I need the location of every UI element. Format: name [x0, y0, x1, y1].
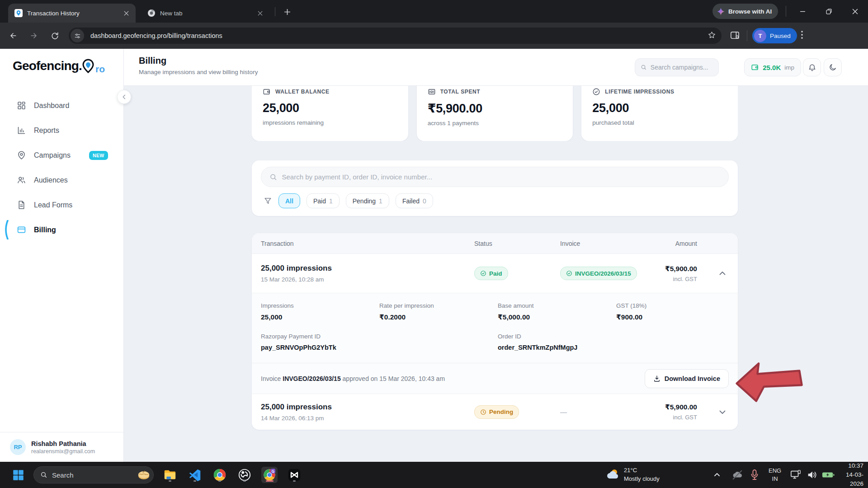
- campaign-search-input[interactable]: [651, 64, 713, 71]
- language-line1: ENG: [769, 467, 781, 475]
- expand-row-button[interactable]: [697, 408, 729, 416]
- collapse-row-button[interactable]: [697, 270, 729, 277]
- status-label: Pending: [489, 408, 513, 415]
- invoice-number: INVGEO/2026/03/15: [575, 270, 631, 277]
- filter-chip-failed[interactable]: Failed0: [396, 193, 433, 208]
- sidebar-item-billing[interactable]: Billing: [0, 217, 123, 242]
- taskbar-vscode[interactable]: [187, 467, 203, 483]
- tray-language[interactable]: ENG IN: [769, 462, 781, 488]
- razorpay-payment-id: pay_SRNVOpPhG2YbTk: [261, 344, 498, 351]
- logo-pin-icon: [82, 59, 96, 74]
- clock-icon: [480, 409, 486, 415]
- chip-label: Pending: [353, 197, 376, 205]
- dark-mode-button[interactable]: [824, 58, 842, 76]
- taskbar-chrome[interactable]: [212, 467, 228, 483]
- sidebar-item-lead-forms[interactable]: Lead Forms: [0, 192, 123, 217]
- start-button[interactable]: [11, 468, 25, 482]
- tab-close-icon[interactable]: [122, 9, 130, 17]
- browse-with-ai-button[interactable]: Browse with AI: [712, 4, 778, 19]
- browser-menu-icon[interactable]: [797, 30, 807, 42]
- status-badge-pending: Pending: [474, 405, 519, 419]
- user-avatar: RP: [10, 439, 26, 455]
- chip-label: Failed: [402, 197, 420, 205]
- table-row[interactable]: 25,000 impressions 15 Mar 2026, 10:28 am…: [252, 254, 738, 293]
- invoice-badge[interactable]: INVGEO/2026/03/15: [560, 267, 637, 280]
- sidebar-item-campaigns[interactable]: Campaigns NEW: [0, 143, 123, 168]
- sidebar-item-label: Dashboard: [34, 102, 69, 110]
- credit-card-icon: [17, 225, 26, 235]
- filter-chip-paid[interactable]: Paid1: [307, 193, 340, 208]
- tray-microphone[interactable]: [750, 462, 759, 488]
- tab-new-tab[interactable]: New tab: [141, 4, 269, 23]
- taskbar-capcut[interactable]: [286, 467, 302, 483]
- side-panel-icon[interactable]: [730, 30, 740, 42]
- chip-label: Paid: [313, 197, 326, 205]
- transaction-search-input[interactable]: [282, 173, 721, 181]
- taskbar-chrome-profile[interactable]: [261, 467, 278, 483]
- download-invoice-button[interactable]: Download Invoice: [645, 369, 729, 388]
- weather-desc: Mostly cloudy: [624, 475, 660, 483]
- taskbar-search[interactable]: Search: [33, 466, 154, 483]
- tray-onedrive[interactable]: [731, 462, 743, 488]
- capcut-icon: [288, 469, 301, 481]
- sidebar-item-label: Billing: [34, 226, 56, 234]
- campaign-search[interactable]: [635, 58, 719, 76]
- tab-close-icon[interactable]: [256, 9, 264, 17]
- taskbar-weather[interactable]: 21°C Mostly cloudy: [606, 462, 660, 488]
- detail-label: Razorpay Payment ID: [261, 333, 498, 340]
- battery-charging-icon: [822, 470, 835, 479]
- transaction-title: 25,000 impressions: [261, 403, 474, 412]
- chrome-icon: [213, 468, 226, 482]
- filter-chip-all[interactable]: All: [278, 193, 300, 208]
- taskbar-search-label: Search: [52, 471, 132, 479]
- profile-chip[interactable]: T Paused: [752, 28, 797, 43]
- forward-button[interactable]: [27, 29, 41, 42]
- reload-button[interactable]: [48, 29, 61, 42]
- new-badge: NEW: [89, 151, 108, 160]
- site-settings-icon[interactable]: [71, 29, 84, 42]
- tray-battery[interactable]: [822, 462, 835, 488]
- sidebar-item-audiences[interactable]: Audiences: [0, 168, 123, 192]
- tray-network[interactable]: [790, 462, 801, 488]
- transaction-search[interactable]: [261, 167, 729, 187]
- sidebar-item-dashboard[interactable]: Dashboard: [0, 93, 123, 118]
- tray-chevron[interactable]: [713, 462, 721, 488]
- chevron-up-icon: [719, 270, 726, 277]
- sidebar-collapse-button[interactable]: [117, 90, 131, 104]
- bookmark-star-icon[interactable]: [708, 31, 716, 41]
- column-amount: Amount: [660, 240, 697, 247]
- detail-value: ₹5,000.00: [498, 313, 616, 321]
- order-id: order_SRNTkmZpNfMgpJ: [498, 344, 729, 351]
- page-header: Billing Manage impressions and view bill…: [124, 49, 868, 86]
- content: WALLET BALANCE 25,000 impressions remain…: [124, 86, 868, 462]
- impressions-wallet-badge[interactable]: 25.0K imp: [744, 58, 801, 76]
- minimize-button[interactable]: [789, 0, 816, 23]
- tab-transaction-history[interactable]: Transaction History: [8, 4, 136, 23]
- taskbar-obs[interactable]: [236, 467, 253, 483]
- divider: [747, 30, 747, 41]
- windows-icon: [12, 469, 24, 481]
- chevron-down-icon: [719, 408, 726, 416]
- address-bar[interactable]: dashboard.geofencing.pro/billing/transac…: [69, 28, 722, 44]
- filter-card: All Paid1 Pending1 Failed0: [252, 160, 738, 216]
- map-pin-icon: [17, 150, 26, 160]
- running-indicator: [243, 480, 246, 482]
- wallet-icon: [263, 88, 271, 96]
- taskbar-clock[interactable]: 10:37 14-03-2026: [837, 462, 863, 488]
- sidebar-user[interactable]: RP Rishabh Pathania realarensmix@gmail.c…: [0, 432, 123, 462]
- filter-chip-pending[interactable]: Pending1: [346, 193, 389, 208]
- restore-button[interactable]: [816, 0, 842, 23]
- notifications-button[interactable]: [803, 58, 821, 76]
- back-button[interactable]: [6, 29, 20, 42]
- browser-tab-bar: Transaction History New tab Browse with …: [0, 0, 868, 23]
- sidebar-item-reports[interactable]: Reports: [0, 118, 123, 143]
- table-row[interactable]: 25,000 impressions 14 Mar 2026, 06:13 pm…: [252, 394, 738, 430]
- geofencing-logo[interactable]: Geofencing. ro: [13, 59, 105, 73]
- close-window-button[interactable]: [842, 0, 868, 23]
- taskbar-file-explorer[interactable]: [162, 467, 178, 483]
- logo-suffix: ro: [95, 64, 105, 75]
- amount: ₹5,900.00: [660, 265, 697, 273]
- transaction-date: 15 Mar 2026, 10:28 am: [261, 276, 474, 283]
- new-tab-button[interactable]: [281, 6, 293, 18]
- tray-volume[interactable]: [807, 462, 817, 488]
